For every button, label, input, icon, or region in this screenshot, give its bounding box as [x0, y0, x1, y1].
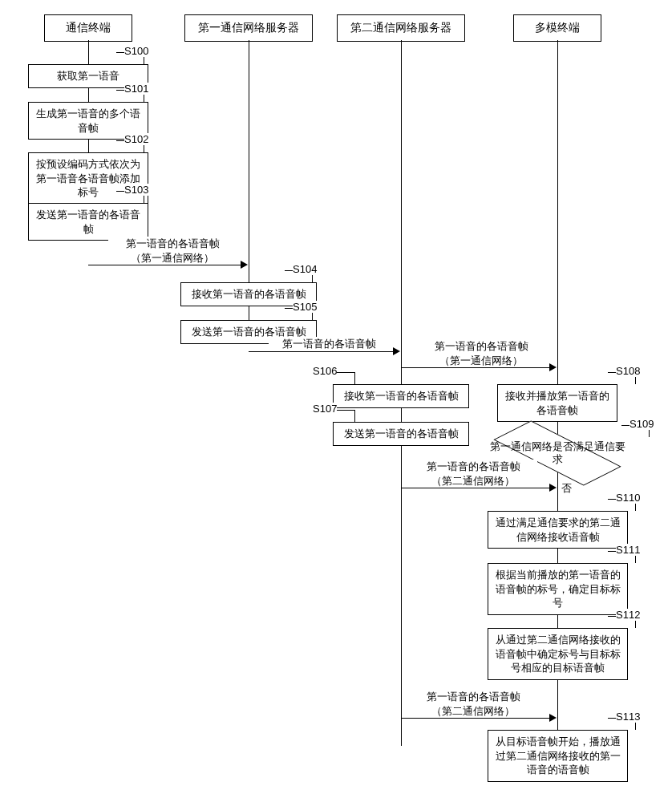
msg4-line1: 第一语音的各语音帧 — [427, 460, 520, 472]
arrowhead-server1-to-server2 — [393, 347, 400, 355]
label-s108: S108 — [616, 365, 640, 377]
arrowhead-terminal-to-server1 — [241, 261, 248, 269]
arrowhead-server1-to-multimode — [549, 363, 557, 371]
label-s102: S102 — [124, 133, 148, 145]
step-s106: 接收第一语音的各语音帧 — [333, 384, 469, 408]
msg5-line2: （第二通信网络） — [431, 705, 515, 717]
step-s107: 发送第一语音的各语音帧 — [333, 422, 469, 446]
label-s112: S112 — [616, 609, 640, 621]
branch-no-label: 否 — [561, 481, 572, 496]
msg-server1-to-server2: 第一语音的各语音帧 — [269, 337, 389, 351]
label-s104: S104 — [293, 263, 317, 275]
arrowhead-server2-to-multimode-2 — [549, 714, 557, 722]
label-s107: S107 — [313, 403, 337, 415]
msg1-line2: （第一通信网络） — [131, 252, 214, 264]
arrow-server1-to-server2 — [249, 351, 395, 352]
msg4-line2: （第二通信网络） — [431, 475, 515, 487]
label-s100: S100 — [124, 45, 148, 57]
msg-server2-to-multimode-2: 第一语音的各语音帧 （第二通信网络） — [409, 690, 537, 718]
arrow-terminal-to-server1 — [88, 265, 242, 265]
msg3-line1: 第一语音的各语音帧 — [435, 340, 528, 352]
step-s110: 通过满足通信要求的第二通信网络接收语音帧 — [488, 511, 628, 549]
step-s112: 从通过第二通信网络接收的语音帧中确定标号与目标标号相应的目标语音帧 — [488, 628, 628, 680]
step-s111: 根据当前播放的第一语音的语音帧的标号，确定目标标号 — [488, 563, 628, 615]
label-s109: S109 — [629, 418, 654, 430]
arrow-server2-to-multimode — [401, 488, 551, 488]
label-s101: S101 — [124, 83, 148, 95]
label-s106: S106 — [313, 365, 337, 377]
arrow-server2-to-multimode-2 — [401, 718, 551, 719]
label-s103: S103 — [124, 184, 148, 196]
msg-server2-to-multimode: 第一语音的各语音帧 （第二通信网络） — [409, 460, 537, 488]
arrowhead-server2-to-multimode — [549, 484, 557, 492]
step-s108: 接收并播放第一语音的各语音帧 — [497, 384, 617, 422]
lane-header-terminal: 通信终端 — [44, 14, 132, 42]
arrow-server1-to-multimode — [401, 367, 551, 368]
label-s113: S113 — [616, 711, 640, 723]
msg3-line2: （第一通信网络） — [439, 354, 523, 367]
step-s113: 从目标语音帧开始，播放通过第二通信网络接收的第一语音的语音帧 — [488, 730, 628, 782]
msg-terminal-to-server1: 第一语音的各语音帧 （第一通信网络） — [108, 237, 237, 265]
lane-header-multimode: 多模终端 — [513, 14, 601, 42]
lane-header-server2: 第二通信网络服务器 — [337, 14, 465, 42]
lane-header-server1: 第一通信网络服务器 — [184, 14, 313, 42]
msg1-line1: 第一语音的各语音帧 — [126, 237, 220, 249]
step-s103: 发送第一语音的各语音帧 — [28, 203, 148, 241]
msg-server1-to-multimode: 第一语音的各语音帧 （第一通信网络） — [417, 339, 545, 367]
label-s111: S111 — [616, 544, 640, 556]
sequence-diagram: 通信终端 第一通信网络服务器 第二通信网络服务器 多模终端 S100 获取第一语… — [0, 0, 672, 802]
label-s105: S105 — [293, 301, 317, 313]
label-s110: S110 — [616, 492, 640, 504]
msg5-line1: 第一语音的各语音帧 — [427, 691, 520, 703]
